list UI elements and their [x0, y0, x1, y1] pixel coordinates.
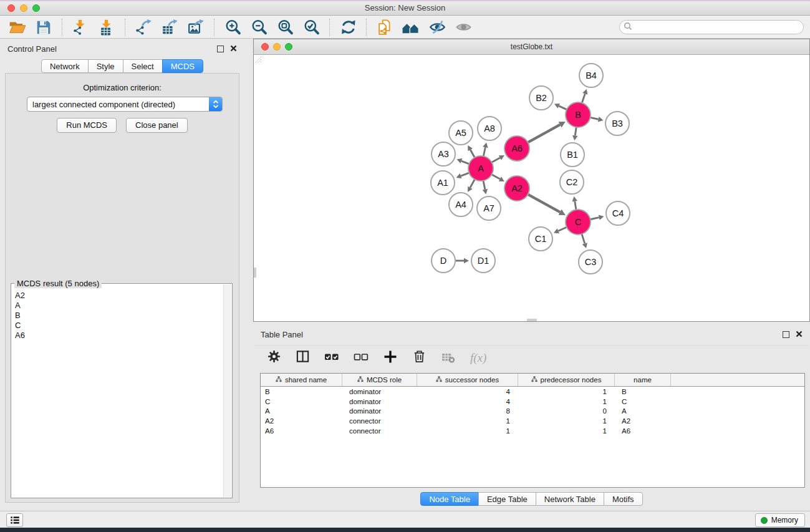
cell[interactable]: 1 [518, 398, 615, 405]
network-minimize-button[interactable] [273, 43, 281, 51]
node-A8[interactable]: A8 [478, 117, 501, 140]
node-C4[interactable]: C4 [606, 201, 630, 225]
edge-A-A1[interactable] [456, 173, 470, 178]
cell[interactable]: 4 [417, 388, 518, 395]
tab-select[interactable]: Select [123, 59, 163, 73]
node-B[interactable]: B [566, 102, 591, 127]
column-header-shared-name[interactable]: shared name [261, 374, 342, 386]
edge-A-A8[interactable] [483, 142, 488, 156]
cell[interactable]: C [615, 398, 671, 405]
settings-button[interactable] [267, 349, 281, 366]
cell[interactable]: 1 [518, 388, 615, 395]
edge-A-A5[interactable] [468, 145, 475, 158]
edge-A2-C[interactable] [528, 195, 566, 215]
cell[interactable]: A2 [261, 417, 342, 425]
cell[interactable]: C [261, 398, 342, 405]
node-B3[interactable]: B3 [605, 112, 629, 135]
task-history-button[interactable] [6, 513, 23, 527]
node-B4[interactable]: B4 [579, 64, 603, 87]
minimize-window-button[interactable] [20, 4, 27, 12]
node-B2[interactable]: B2 [529, 86, 553, 110]
cell[interactable]: A6 [615, 427, 671, 435]
node-C[interactable]: C [566, 210, 591, 235]
export-image-button[interactable] [185, 18, 207, 37]
search-box[interactable] [619, 20, 804, 34]
edge-C-C2[interactable] [572, 196, 577, 210]
node-C2[interactable]: C2 [560, 170, 584, 194]
edge-B-B4[interactable] [582, 89, 587, 103]
show-panel-button[interactable] [452, 18, 475, 37]
memory-button[interactable]: Memory [755, 513, 805, 527]
zoom-in-button[interactable] [221, 18, 244, 37]
float-panel-icon[interactable] [217, 46, 224, 52]
tab-network[interactable]: Network [41, 59, 89, 73]
edge-A6-B[interactable] [528, 122, 566, 142]
cell[interactable]: 1 [417, 427, 518, 435]
edge-C-C3[interactable] [582, 234, 587, 248]
node-C1[interactable]: C1 [529, 227, 552, 251]
zoom-fit-button[interactable] [274, 18, 296, 37]
split-panel-button[interactable] [296, 349, 310, 366]
cell[interactable]: A [615, 407, 671, 415]
resize-grip-icon[interactable] [254, 56, 262, 64]
select-all-button[interactable] [324, 349, 339, 367]
result-item-b[interactable]: B [12, 311, 223, 321]
column-header-MCDS-role[interactable]: MCDS role [342, 374, 417, 386]
float-panel-icon[interactable] [783, 331, 789, 338]
cell[interactable]: dominator [342, 407, 417, 415]
table-row[interactable]: A2connector11A2 [261, 416, 804, 426]
tab-style[interactable]: Style [88, 59, 123, 73]
table-row[interactable]: Cdominator41C [261, 397, 804, 407]
search-input[interactable] [632, 23, 799, 32]
node-D1[interactable]: D1 [471, 249, 495, 273]
cell[interactable]: connector [342, 417, 417, 425]
cell[interactable]: A [261, 407, 342, 415]
edge-D-D1[interactable] [456, 258, 469, 264]
tab-edge-table[interactable]: Edge Table [478, 492, 536, 506]
edge-A-A7[interactable] [483, 181, 488, 195]
add-column-button[interactable] [383, 349, 398, 367]
table-row[interactable]: A6connector11A6 [261, 426, 804, 436]
cell[interactable]: 1 [518, 417, 615, 425]
close-panel-button[interactable]: Close panel [126, 118, 188, 133]
node-D[interactable]: D [432, 249, 455, 273]
edge-A-A2[interactable] [492, 175, 504, 181]
node-A5[interactable]: A5 [449, 121, 473, 145]
cell[interactable]: dominator [342, 398, 417, 405]
zoom-selected-button[interactable] [300, 18, 322, 37]
table-row[interactable]: Adominator80A [261, 407, 804, 417]
zoom-out-button[interactable] [248, 18, 270, 37]
edge-A-A3[interactable] [456, 158, 469, 164]
cell[interactable]: 1 [518, 427, 615, 435]
run-mcds-button[interactable]: Run MCDS [57, 118, 117, 133]
maximize-window-button[interactable] [32, 4, 40, 12]
deselect-all-button[interactable] [354, 349, 369, 367]
cell[interactable]: B [615, 388, 671, 395]
network-canvas[interactable]: B4B2BB3A5A8A6A3B1AA1C2A2A4A7C4CC1C3DD1 [254, 56, 809, 321]
node-B1[interactable]: B1 [561, 143, 584, 167]
tab-network-table[interactable]: Network Table [536, 492, 604, 506]
network-maximize-button[interactable] [285, 43, 292, 51]
cell[interactable]: A6 [261, 427, 342, 435]
cell[interactable]: 8 [417, 407, 518, 415]
result-item-a2[interactable]: A2 [12, 291, 223, 301]
edge-B-B2[interactable] [554, 104, 567, 110]
result-item-c[interactable]: C [12, 321, 223, 331]
edge-A-A4[interactable] [468, 180, 475, 192]
open-session-button[interactable] [6, 18, 29, 37]
tab-mcds[interactable]: MCDS [162, 59, 203, 73]
network-close-button[interactable] [261, 43, 269, 51]
tab-node-table[interactable]: Node Table [420, 492, 479, 506]
export-network-button[interactable] [132, 18, 155, 37]
refresh-button[interactable] [337, 18, 359, 37]
cell[interactable]: 4 [417, 398, 518, 405]
result-scrollbar[interactable] [223, 284, 231, 497]
save-session-button[interactable] [32, 18, 55, 37]
close-panel-icon[interactable] [796, 329, 803, 340]
export-table-button[interactable] [158, 18, 181, 37]
home-button[interactable] [400, 18, 422, 37]
close-panel-icon[interactable] [230, 43, 237, 54]
edge-B-B3[interactable] [591, 117, 604, 122]
node-C3[interactable]: C3 [579, 250, 602, 274]
result-item-a[interactable]: A [12, 301, 223, 311]
